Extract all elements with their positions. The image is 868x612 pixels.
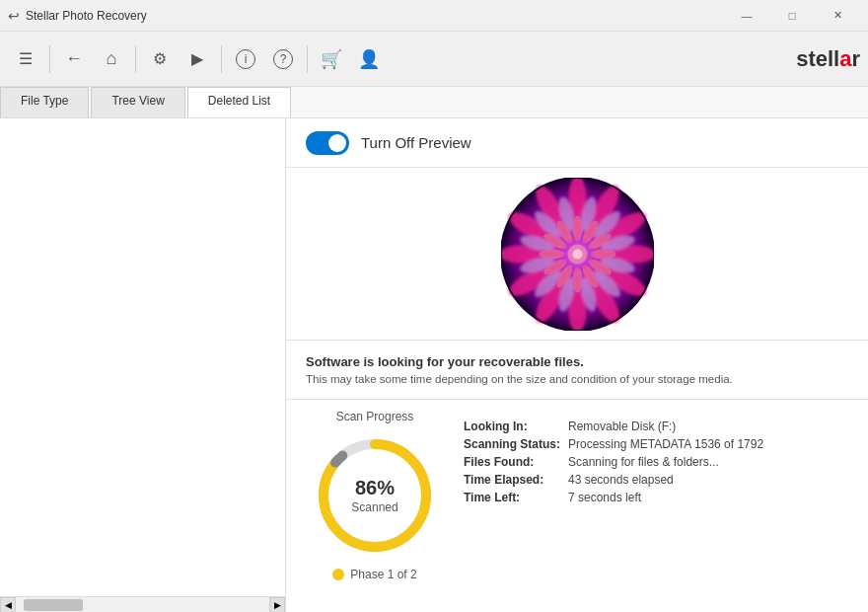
hamburger-icon: ☰ — [19, 49, 33, 68]
horizontal-scrollbar[interactable]: ◀ ▶ — [0, 596, 285, 612]
minimize-button[interactable]: — — [724, 0, 769, 32]
time-elapsed-key: Time Elapsed: — [464, 473, 560, 487]
user-button[interactable]: 👤 — [351, 41, 387, 77]
title-bar-left: ↩ Stellar Photo Recovery — [8, 8, 147, 24]
preview-image-area — [286, 168, 868, 341]
toolbar: ☰ ← ⌂ ⚙ ▶ i ? 🛒 👤 stellar — [0, 32, 868, 87]
time-left-key: Time Left: — [464, 491, 560, 504]
restore-icon: ↩ — [8, 8, 20, 24]
back-button[interactable]: ← — [56, 41, 92, 77]
app-title: Stellar Photo Recovery — [26, 9, 147, 23]
files-found-key: Files Found: — [464, 455, 560, 469]
looking-in-key: Looking In: — [464, 420, 560, 433]
title-bar: ↩ Stellar Photo Recovery — □ ✕ — [0, 0, 868, 32]
info-icon: i — [236, 49, 255, 69]
tab-deleted-list[interactable]: Deleted List — [187, 87, 291, 117]
toggle-knob — [328, 134, 346, 152]
left-panel: ◀ ▶ — [0, 118, 286, 612]
phase-dot — [332, 569, 344, 580]
scroll-left-button[interactable]: ◀ — [0, 597, 16, 613]
help-button[interactable]: ? — [265, 41, 301, 77]
files-found-val: Scanning for files & folders... — [568, 455, 848, 469]
settings-button[interactable]: ⚙ — [142, 41, 178, 77]
time-elapsed-val: 43 seconds elapsed — [568, 473, 848, 487]
progress-percent: 86% — [351, 477, 398, 499]
tab-file-type[interactable]: File Type — [0, 87, 89, 117]
logo-accent: a — [839, 46, 851, 71]
tabs-bar: File Type Tree View Deleted List — [0, 87, 868, 118]
right-panel: Turn Off Preview — [286, 118, 868, 612]
scanning-status-val: Processing METADATA 1536 of 1792 — [568, 437, 848, 451]
home-button[interactable]: ⌂ — [94, 41, 129, 77]
cart-button[interactable]: 🛒 — [314, 41, 349, 77]
main-content: ◀ ▶ Turn Off Preview — [0, 118, 868, 612]
phase-indicator: Phase 1 of 2 — [332, 568, 416, 581]
play-button[interactable]: ▶ — [180, 41, 215, 77]
maximize-button[interactable]: □ — [769, 0, 815, 32]
separator2 — [135, 45, 136, 73]
preview-image — [501, 178, 654, 331]
scan-title: Software is looking for your recoverable… — [306, 354, 848, 369]
scan-subtitle: This may take some time depending on the… — [306, 373, 848, 385]
preview-toggle[interactable] — [306, 131, 349, 155]
user-icon: 👤 — [358, 48, 380, 70]
settings-icon: ⚙ — [153, 49, 167, 68]
home-icon: ⌂ — [107, 48, 117, 69]
scan-progress-area: Scan Progress 86% Scanned — [286, 400, 868, 591]
stellar-logo: stellar — [796, 46, 860, 72]
circular-progress: 86% Scanned — [311, 431, 439, 560]
scan-status-area: Software is looking for your recoverable… — [286, 341, 868, 400]
progress-section: Scan Progress 86% Scanned — [306, 410, 444, 581]
time-left-val: 7 seconds left — [568, 491, 848, 504]
progress-scanned-label: Scanned — [351, 500, 398, 514]
phase-label: Phase 1 of 2 — [350, 568, 416, 581]
tab-tree-view[interactable]: Tree View — [91, 87, 184, 117]
separator4 — [307, 45, 308, 73]
info-grid: Looking In: Removable Disk (F:) Scanning… — [464, 410, 848, 504]
scroll-track[interactable] — [16, 597, 269, 613]
help-icon: ? — [273, 49, 293, 69]
progress-text: 86% Scanned — [351, 477, 398, 514]
scroll-thumb[interactable] — [24, 599, 83, 611]
play-icon: ▶ — [191, 49, 203, 68]
scroll-right-button[interactable]: ▶ — [269, 597, 285, 613]
looking-in-val: Removable Disk (F:) — [568, 420, 848, 433]
menu-button[interactable]: ☰ — [8, 41, 43, 77]
preview-header: Turn Off Preview — [286, 118, 868, 168]
scanning-status-key: Scanning Status: — [464, 437, 560, 451]
scan-progress-label: Scan Progress — [336, 410, 414, 423]
cart-icon: 🛒 — [321, 48, 342, 70]
svg-point-39 — [572, 249, 582, 259]
separator3 — [221, 45, 222, 73]
separator — [49, 45, 50, 73]
back-icon: ← — [65, 48, 83, 69]
title-bar-controls: — □ ✕ — [724, 0, 860, 32]
preview-toggle-label: Turn Off Preview — [361, 134, 471, 151]
info-button[interactable]: i — [228, 41, 263, 77]
close-button[interactable]: ✕ — [815, 0, 860, 32]
left-panel-content — [0, 118, 285, 612]
